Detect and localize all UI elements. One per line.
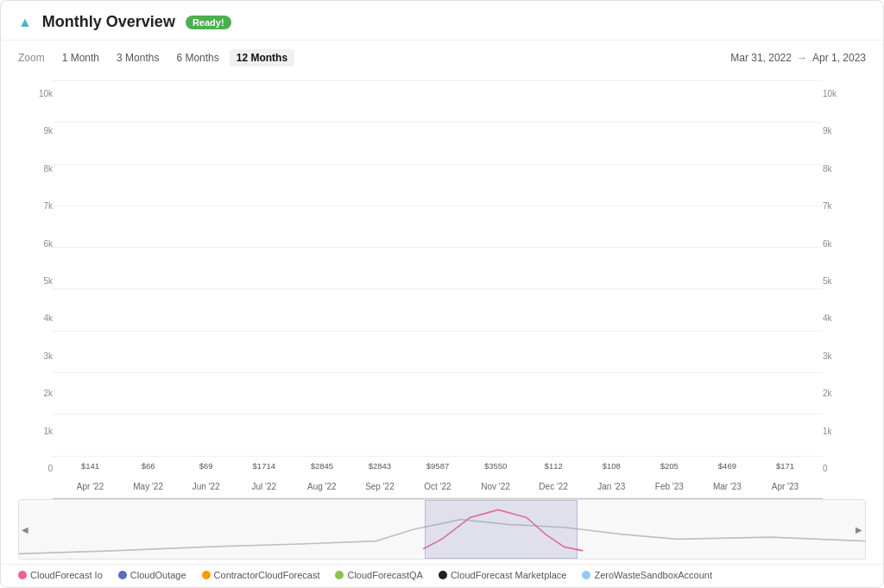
bar-group: $2845	[293, 461, 350, 472]
legend-label: ContractorCloudForecast	[214, 570, 320, 580]
bar-value-label: $3550	[484, 461, 507, 471]
legend-color-dot	[582, 571, 590, 579]
x-axis-label: May '22	[119, 482, 177, 491]
x-axis-label: Jan '23	[583, 482, 641, 491]
zoom-1month[interactable]: 1 Month	[55, 49, 106, 66]
x-axis-label: Sep '22	[350, 482, 408, 491]
legend-label: ZeroWasteSandboxAccount	[594, 570, 712, 580]
bar-value-label: $66	[142, 461, 155, 471]
legend-item: ContractorCloudForecast	[202, 570, 320, 580]
bar-group: $69	[177, 461, 235, 472]
bar-group: $1714	[235, 461, 293, 472]
bar-value-label: $9587	[426, 461, 449, 471]
bar-group: $205	[641, 461, 698, 472]
x-axis-label: Jul '22	[235, 482, 293, 491]
mini-scroll-right[interactable]: ▶	[853, 523, 865, 536]
legend-label: CloudForecast Io	[30, 570, 103, 580]
bar-group: $2843	[350, 461, 408, 472]
x-axis-label: Apr '23	[756, 482, 814, 491]
legend-color-dot	[439, 571, 447, 579]
y-axis-left: 10k 9k 8k 7k 6k 5k 4k 3k 2k 1k 0	[18, 80, 53, 499]
x-labels: Apr '22May '22Jun '22Jul '22Aug '22Sep '…	[53, 482, 823, 491]
legend-label: CloudOutage	[130, 570, 186, 580]
zoom-controls: Zoom 1 Month 3 Months 6 Months 12 Months	[18, 49, 294, 66]
bar-group: $108	[583, 461, 641, 472]
legend-item: CloudForecast Marketplace	[439, 570, 567, 580]
x-axis-label: Aug '22	[293, 482, 350, 491]
x-axis-label: Jun '22	[177, 482, 235, 491]
bar-group: $141	[61, 461, 119, 472]
x-axis-label: Mar '23	[698, 482, 756, 491]
legend-color-dot	[335, 571, 344, 579]
x-axis-label: Feb '23	[641, 482, 698, 491]
date-range: Mar 31, 2022 → Apr 1, 2023	[730, 52, 866, 64]
bar-chart: $141$66$69$1714$2845$2843$9587$3550$112$…	[53, 80, 823, 499]
legend-item: CloudForecast Io	[18, 570, 103, 580]
bar-value-label: $141	[81, 461, 99, 471]
x-axis-label: Dec '22	[525, 482, 583, 491]
bar-group: $66	[119, 461, 177, 472]
bar-value-label: $171	[776, 461, 794, 471]
bar-value-label: $2843	[369, 461, 391, 471]
bar-value-label: $108	[603, 461, 621, 471]
bar-value-label: $1714	[253, 461, 275, 471]
bar-value-label: $112	[545, 461, 563, 471]
zoom-12months[interactable]: 12 Months	[230, 49, 294, 66]
bar-value-label: $469	[718, 461, 736, 471]
page-title: Monthly Overview	[42, 13, 175, 31]
date-to: Apr 1, 2023	[812, 52, 866, 64]
mini-scroll-left[interactable]: ◀	[19, 523, 31, 536]
y-axis-right: 10k 9k 8k 7k 6k 5k 4k 3k 2k 1k 0	[823, 80, 866, 499]
collapse-icon[interactable]: ▲	[18, 15, 32, 30]
bar-group: $112	[525, 461, 583, 472]
legend-color-dot	[118, 571, 127, 579]
legend-color-dot	[202, 571, 211, 579]
legend-label: CloudForecastQA	[347, 570, 422, 580]
bars-row: $141$66$69$1714$2845$2843$9587$3550$112$…	[53, 80, 823, 472]
date-arrow-icon: →	[797, 52, 807, 64]
bar-group: $469	[698, 461, 756, 472]
legend: CloudForecast IoCloudOutageContractorClo…	[1, 564, 883, 587]
bar-value-label: $69	[199, 461, 213, 471]
legend-item: CloudForecastQA	[335, 570, 422, 580]
bar-group: $3550	[467, 461, 525, 472]
x-axis-label: Oct '22	[408, 482, 466, 491]
zoom-6months[interactable]: 6 Months	[169, 49, 225, 66]
chart-area: 10k 9k 8k 7k 6k 5k 4k 3k 2k 1k 0	[1, 72, 883, 499]
bar-value-label: $2845	[311, 461, 333, 471]
x-axis-label: Apr '22	[61, 482, 119, 491]
status-badge: Ready!	[186, 16, 231, 29]
mini-chart: May '21 Sep '21 Jan '22 May '22 Sep '22 …	[18, 499, 866, 560]
legend-item: CloudOutage	[118, 570, 186, 580]
bar-group: $171	[756, 461, 814, 472]
bar-group: $9587	[408, 461, 466, 472]
legend-color-dot	[18, 571, 27, 579]
legend-label: CloudForecast Marketplace	[451, 570, 567, 580]
bar-value-label: $205	[660, 461, 679, 471]
legend-item: ZeroWasteSandboxAccount	[582, 570, 712, 580]
zoom-3months[interactable]: 3 Months	[110, 49, 166, 66]
date-from: Mar 31, 2022	[730, 52, 792, 64]
zoom-label: Zoom	[18, 52, 45, 64]
x-axis-label: Nov '22	[467, 482, 525, 491]
